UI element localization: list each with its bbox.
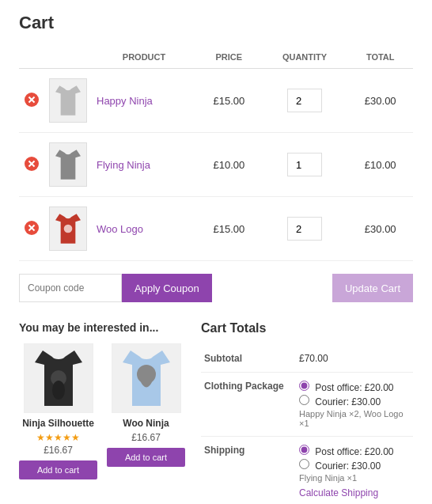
product-link-1[interactable]: Happy Ninja: [97, 95, 153, 107]
clothing-radio-post[interactable]: [299, 381, 309, 391]
img-col-2: [44, 133, 92, 197]
col-quantity: Quantity: [262, 46, 348, 69]
related-product-2: Woo Ninja £16.67 Add to cart: [107, 343, 185, 479]
coupon-row: Apply Coupon Update Cart: [19, 274, 413, 302]
qty-col-2: [262, 133, 348, 197]
related-product-1: Ninja Silhouette ★★★★★ £16.67 Add to car…: [19, 343, 97, 479]
calculate-shipping-link[interactable]: Calculate Shipping: [299, 487, 410, 498]
product-thumb-3: [49, 207, 87, 251]
col-total: Total: [347, 46, 413, 69]
img-col-1: [44, 69, 92, 133]
cart-totals-section: Cart Totals Subtotal £70.00 Clothing Pac…: [201, 321, 413, 504]
clothing-label: Clothing Package: [201, 373, 296, 437]
col-product: Product: [92, 46, 196, 69]
remove-icon-2: [25, 157, 39, 171]
product-thumb-2: [49, 142, 87, 187]
shipping-options: Post office: £20.00 Courier: £30.00 Flyi…: [296, 437, 413, 505]
product-link-3[interactable]: Woo Logo: [97, 223, 143, 235]
apply-coupon-button[interactable]: Apply Coupon: [122, 274, 212, 302]
cart-row-3: Woo Logo £15.00 £30.00: [19, 197, 413, 261]
shipping-radio-courier[interactable]: [299, 459, 309, 469]
shipping-label: Shipping: [201, 437, 296, 505]
related-price-1: £16.67: [19, 445, 97, 456]
subtotal-row: Subtotal £70.00: [201, 345, 413, 373]
remove-col-3: [19, 197, 44, 261]
total-col-2: £10.00: [347, 133, 413, 197]
product-link-2[interactable]: Flying Ninja: [97, 159, 150, 171]
subtotal-label: Subtotal: [201, 345, 296, 373]
img-col-3: [44, 197, 92, 261]
clothing-radio-courier[interactable]: [299, 395, 309, 405]
remove-button-3[interactable]: [25, 221, 39, 237]
related-thumb-2: [112, 343, 181, 413]
cart-row-2: Flying Ninja £10.00 £10.00: [19, 133, 413, 197]
price-col-3: £15.00: [196, 197, 262, 261]
related-products-section: You may be interested in... Ninja Silhou…: [19, 321, 185, 504]
remove-icon-1: [25, 93, 39, 107]
related-name-1: Ninja Silhouette: [19, 418, 97, 429]
price-col-2: £10.00: [196, 133, 262, 197]
cart-row-1: Happy Ninja £15.00 £30.00: [19, 69, 413, 133]
remove-col-2: [19, 133, 44, 197]
total-col-1: £30.00: [347, 69, 413, 133]
remove-icon-3: [25, 221, 39, 235]
related-name-2: Woo Ninja: [107, 418, 185, 429]
shipping-option-courier[interactable]: Courier: £30.00: [299, 459, 410, 472]
remove-button-2[interactable]: [25, 157, 39, 173]
related-products-list: Ninja Silhouette ★★★★★ £16.67 Add to car…: [19, 343, 185, 479]
svg-point-0: [64, 225, 73, 233]
quantity-input-1[interactable]: [287, 89, 322, 112]
qty-col-1: [262, 69, 348, 133]
clothing-option-post[interactable]: Post office: £20.00: [299, 381, 410, 393]
related-thumb-1: [24, 343, 93, 413]
shipping-note: Flying Ninja ×1: [299, 473, 410, 483]
related-title: You may be interested in...: [19, 321, 185, 334]
col-price: Price: [196, 46, 262, 69]
shipping-option-post[interactable]: Post office: £20.00: [299, 445, 410, 457]
related-stars-1: ★★★★★: [19, 432, 97, 443]
name-col-3: Woo Logo: [92, 197, 196, 261]
page-title: Cart: [19, 13, 413, 33]
bottom-section: You may be interested in... Ninja Silhou…: [19, 321, 413, 504]
shipping-radio-post[interactable]: [299, 445, 309, 455]
total-col-3: £30.00: [347, 197, 413, 261]
clothing-note: Happy Ninja ×2, Woo Logo ×1: [299, 409, 410, 428]
svg-point-2: [52, 381, 65, 400]
product-thumb-1: [49, 78, 87, 123]
clothing-option-courier[interactable]: Courier: £30.00: [299, 395, 410, 407]
add-to-cart-button-2[interactable]: Add to cart: [107, 448, 185, 467]
shipping-row: Shipping Post office: £20.00 Courier: £3…: [201, 437, 413, 505]
add-to-cart-button-1[interactable]: Add to cart: [19, 460, 97, 479]
update-cart-button[interactable]: Update Cart: [332, 274, 413, 302]
remove-button-1[interactable]: [25, 93, 39, 109]
name-col-2: Flying Ninja: [92, 133, 196, 197]
name-col-1: Happy Ninja: [92, 69, 196, 133]
coupon-input[interactable]: [19, 274, 122, 302]
clothing-package-row: Clothing Package Post office: £20.00 Cou…: [201, 373, 413, 437]
qty-col-3: [262, 197, 348, 261]
quantity-input-2[interactable]: [287, 153, 322, 176]
remove-col-1: [19, 69, 44, 133]
quantity-input-3[interactable]: [287, 217, 322, 241]
cart-totals-title: Cart Totals: [201, 321, 413, 335]
subtotal-value: £70.00: [296, 345, 413, 373]
related-price-2: £16.67: [107, 432, 185, 443]
clothing-options: Post office: £20.00 Courier: £30.00 Happ…: [296, 373, 413, 437]
price-col-1: £15.00: [196, 69, 262, 133]
cart-table: Product Price Quantity Total: [19, 46, 413, 261]
totals-table: Subtotal £70.00 Clothing Package Post of…: [201, 345, 413, 504]
